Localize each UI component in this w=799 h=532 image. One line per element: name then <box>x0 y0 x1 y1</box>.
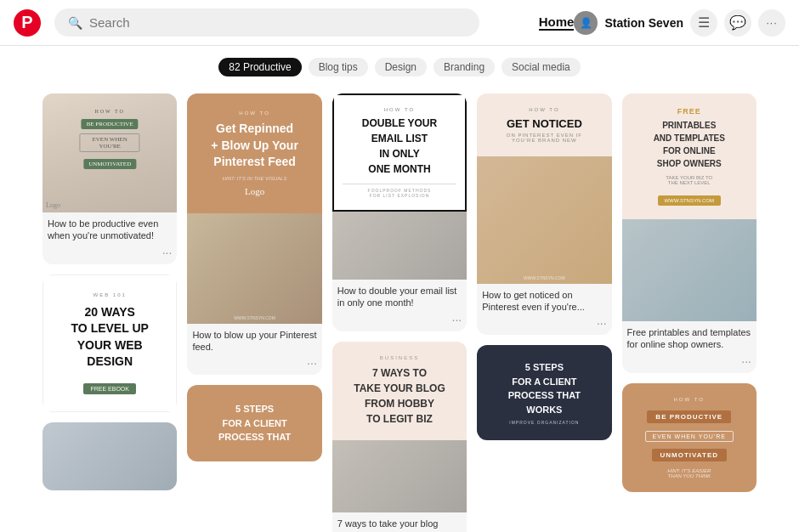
pin-description: How to blow up your Pinterest feed. <box>187 324 321 357</box>
avatar-icon: 👤 <box>580 17 592 29</box>
pin-card[interactable]: HOW TO Get Repinned+ Blow Up YourPintere… <box>187 93 321 375</box>
pin-description: How to double your email list in only on… <box>332 280 467 313</box>
search-icon: 🔍 <box>68 16 82 30</box>
avatar: 👤 <box>574 11 598 35</box>
pin-card[interactable]: HOW TO BE PRODUCTIVE EVEN WHEN YOU'RE UN… <box>622 383 756 492</box>
sub-nav-social[interactable]: Social media <box>502 58 581 76</box>
chat-icon: 💬 <box>729 14 746 31</box>
pin-card[interactable]: WEB 101 20 WAYSTO LEVEL UPYOUR WEBDESIGN… <box>42 274 177 412</box>
menu-icon: ☰ <box>698 14 710 31</box>
pin-options-button[interactable]: ··· <box>741 354 751 368</box>
pins-container: HOW TO BE PRODUCTIVE EVEN WHEN YOU'RE UN… <box>0 87 799 532</box>
chat-button[interactable]: 💬 <box>724 9 751 37</box>
search-input[interactable] <box>89 15 466 30</box>
app-header: P 🔍 Home 👤 Station Seven ☰ 💬 ··· <box>0 0 799 46</box>
pin-meta: ··· <box>187 356 321 375</box>
main-content: 82 Productive Blog tips Design Branding … <box>0 0 799 532</box>
pin-options-button[interactable]: ··· <box>597 316 607 330</box>
nav-home[interactable]: Home <box>539 14 575 31</box>
more-button[interactable]: ··· <box>758 9 785 37</box>
pin-description: How to be productive even when you're un… <box>42 212 177 246</box>
pin-card[interactable]: 5 STEPSFOR A CLIENTPROCESS THATWORKS IMP… <box>477 345 611 440</box>
pin-card[interactable]: BUSINESS 7 WAYS TOTAKE YOUR BLOGFROM HOB… <box>332 342 467 532</box>
pin-options-button[interactable]: ··· <box>162 246 173 259</box>
pin-card[interactable] <box>42 422 177 490</box>
pin-description: 7 ways to take your blog from... <box>332 512 467 532</box>
user-area[interactable]: 👤 Station Seven <box>574 11 683 35</box>
pin-card[interactable]: HOW TO DOUBLE YOUREMAIL LISTIN ONLYONE M… <box>332 93 467 331</box>
pin-options-button[interactable]: ··· <box>452 313 462 326</box>
search-bar[interactable]: 🔍 <box>54 8 479 37</box>
username-label: Station Seven <box>604 16 683 30</box>
pin-description: How to get noticed on Pinterest even if … <box>477 284 611 317</box>
pin-card[interactable]: FREE PRINTABLESAND TEMPLATESFOR ONLINESH… <box>622 93 756 373</box>
sub-nav-branding[interactable]: Branding <box>434 58 495 76</box>
more-icon: ··· <box>766 17 777 29</box>
sub-navigation: 82 Productive Blog tips Design Branding … <box>0 51 799 87</box>
header-right: 👤 Station Seven ☰ 💬 ··· <box>574 9 785 37</box>
pin-description: Free printables and templates for online… <box>622 321 756 354</box>
menu-button[interactable]: ☰ <box>690 9 717 37</box>
pinterest-logo[interactable]: P <box>14 9 41 37</box>
pin-card[interactable]: HOW TO GET NOTICED ON PINTEREST EVEN IFY… <box>477 93 611 335</box>
pin-meta: ··· <box>622 354 756 373</box>
pin-meta: ··· <box>42 246 177 264</box>
sub-nav-productive[interactable]: 82 Productive <box>218 58 301 76</box>
pin-meta: ··· <box>332 313 467 331</box>
sub-nav-design[interactable]: Design <box>375 58 427 76</box>
sub-nav-blog[interactable]: Blog tips <box>309 58 368 76</box>
pin-card[interactable]: HOW TO BE PRODUCTIVE EVEN WHEN YOU'RE UN… <box>42 93 177 264</box>
masonry-grid: HOW TO BE PRODUCTIVE EVEN WHEN YOU'RE UN… <box>42 93 756 532</box>
main-nav: Home <box>539 14 575 31</box>
pin-meta: ··· <box>477 316 611 335</box>
pin-card[interactable]: 5 STEPSFOR A CLIENTPROCESS THAT <box>187 385 321 461</box>
pin-options-button[interactable]: ··· <box>307 356 317 370</box>
